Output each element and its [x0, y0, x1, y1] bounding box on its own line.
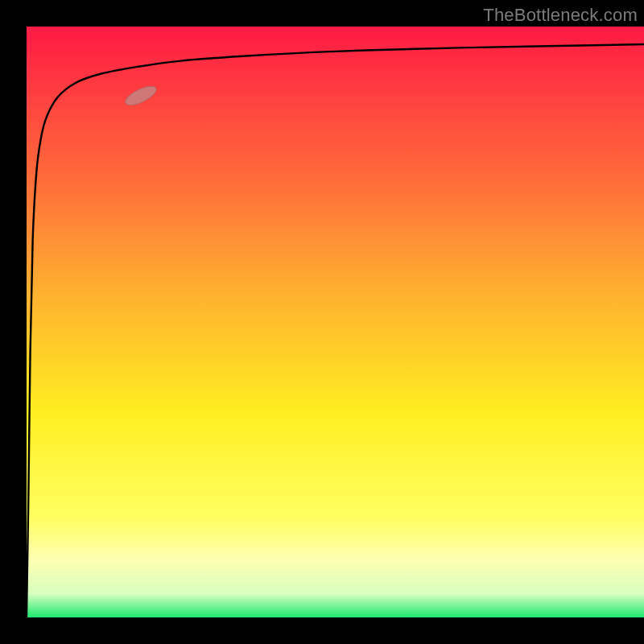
chart-plot-area — [27, 27, 644, 617]
attribution-text: TheBottleneck.com — [483, 5, 638, 26]
chart-background — [27, 27, 644, 617]
chart-svg — [27, 27, 644, 617]
